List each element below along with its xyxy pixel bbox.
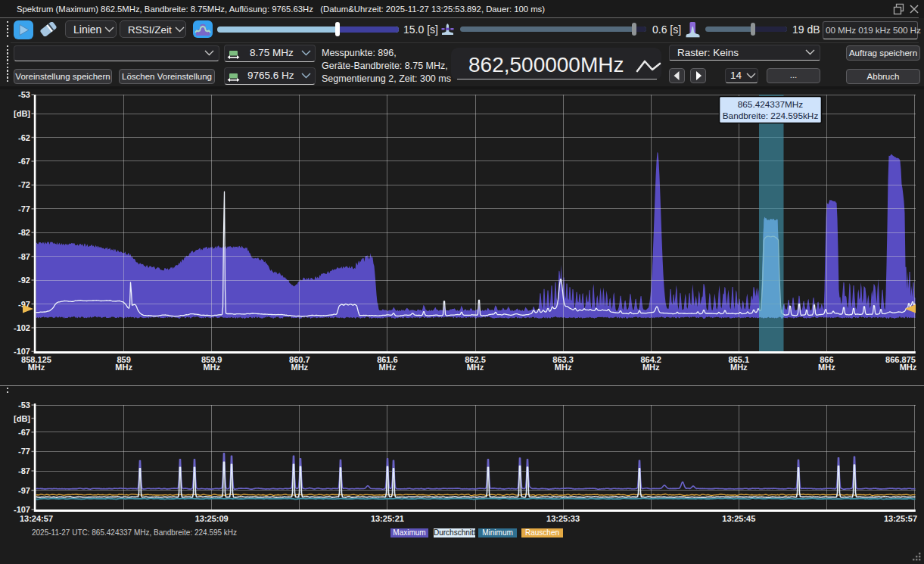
svg-text:-92: -92 xyxy=(18,276,30,285)
svg-text:[dB]: [dB] xyxy=(14,109,30,118)
svg-text:MHz: MHz xyxy=(818,363,835,372)
svg-text:13:25:33: 13:25:33 xyxy=(546,514,580,523)
svg-text:-53: -53 xyxy=(18,90,30,99)
svg-text:13:25:21: 13:25:21 xyxy=(371,514,404,523)
svg-text:MHz: MHz xyxy=(379,363,397,372)
svg-text:-67: -67 xyxy=(18,157,30,166)
svg-text:865.424337MHz: 865.424337MHz xyxy=(738,99,804,110)
svg-text:MHz: MHz xyxy=(291,363,308,372)
svg-text:-87: -87 xyxy=(18,252,30,261)
svg-text:13:25:57: 13:25:57 xyxy=(884,514,917,523)
svg-text:-87: -87 xyxy=(18,466,30,475)
svg-text:-62: -62 xyxy=(18,133,30,142)
svg-text:-107: -107 xyxy=(14,505,30,514)
svg-text:-97: -97 xyxy=(18,486,30,495)
svg-text:13:25:09: 13:25:09 xyxy=(195,514,229,523)
svg-text:-82: -82 xyxy=(18,228,30,237)
svg-text:MHz: MHz xyxy=(203,363,220,372)
svg-text:-77: -77 xyxy=(18,447,30,456)
svg-text:-102: -102 xyxy=(14,323,30,332)
svg-text:MHz: MHz xyxy=(900,363,917,372)
svg-text:MHz: MHz xyxy=(115,363,132,372)
svg-text:-72: -72 xyxy=(18,180,30,189)
svg-text:Bandbreite: 224.595kHz: Bandbreite: 224.595kHz xyxy=(723,111,819,121)
svg-text:MHz: MHz xyxy=(467,363,484,372)
svg-text:-77: -77 xyxy=(18,204,30,213)
svg-text:[dB]: [dB] xyxy=(14,414,30,423)
svg-text:MHz: MHz xyxy=(28,363,45,372)
svg-text:13:24:57: 13:24:57 xyxy=(20,514,53,523)
svg-text:13:25:45: 13:25:45 xyxy=(722,514,755,523)
svg-text:MHz: MHz xyxy=(555,363,572,372)
svg-text:MHz: MHz xyxy=(730,363,748,372)
svg-text:-53: -53 xyxy=(18,400,30,410)
svg-text:MHz: MHz xyxy=(642,363,660,372)
svg-text:-67: -67 xyxy=(18,428,30,437)
